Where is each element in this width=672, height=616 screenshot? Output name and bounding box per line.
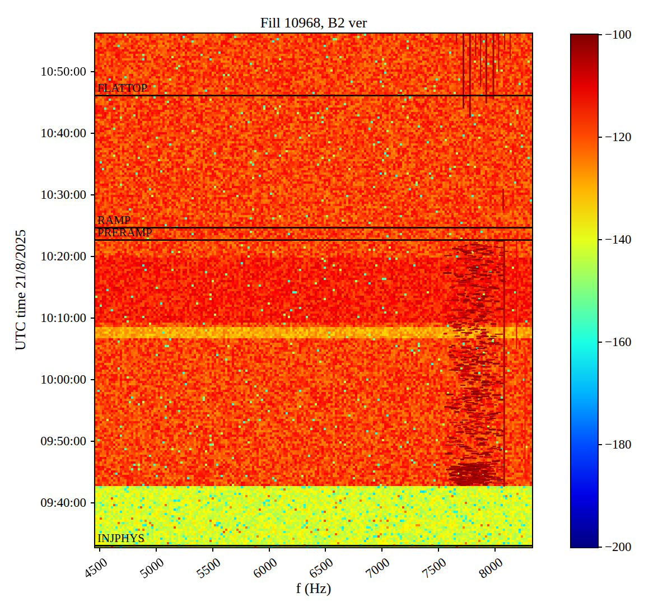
x-tick-label-text: 5000 [137,555,167,582]
x-tick-label-text: 5500 [194,555,223,582]
x-tick-label-text: 8000 [476,555,506,582]
x-tick-label-text: 4500 [81,555,110,582]
colorbar-tick-mark [598,137,602,138]
x-tick-label: 6000 [246,555,272,570]
y-tick-mark [91,502,95,503]
y-tick-label: 09:40:00 [1,496,86,510]
y-tick-label: 10:30:00 [1,188,86,202]
colorbar-tick-label: −200 [605,540,631,554]
y-axis-label: UTC time 21/8/2025 [12,230,29,351]
x-tick-label: 5500 [189,555,215,570]
x-tick-label-text: 7000 [363,555,393,582]
x-tick-label: 7000 [358,555,384,570]
y-tick-mark [91,379,95,380]
colorbar-tick-mark [598,34,602,35]
colorbar-tick-mark [598,239,602,240]
colorbar [570,34,599,548]
event-line-injphys [95,545,532,547]
event-label-preramp: PRERAMP [97,226,152,239]
y-tick-mark [91,318,95,319]
colorbar-tick-label: −160 [605,335,631,349]
x-tick-label: 6500 [302,555,328,570]
colorbar-tick-mark [598,342,602,343]
colorbar-tick-label: −120 [605,130,631,144]
colorbar-tick-label: −140 [605,232,631,247]
x-tick-label: 5000 [133,555,158,570]
x-tick-mark [438,547,439,552]
colorbar-tick-mark [598,444,602,445]
x-tick-label: 7500 [415,555,441,570]
x-tick-label-text: 6500 [307,555,337,582]
event-line-flattop [95,95,532,96]
x-tick-label: 8000 [472,555,497,570]
spectrogram-plot: FLATTOPRAMPPRERAMPINJPHYS [94,32,533,548]
y-tick-label: 10:40:00 [1,126,86,141]
x-tick-mark [269,547,270,552]
y-tick-mark [91,194,95,195]
x-tick-label: 4500 [76,555,102,570]
x-tick-label-text: 6000 [250,555,280,582]
event-line-ramp [95,227,532,228]
colorbar-tick-label: −180 [605,437,631,452]
x-tick-mark [212,547,213,552]
y-tick-label: 10:50:00 [1,64,86,79]
y-tick-mark [91,133,95,134]
event-label-injphys: INJPHYS [97,532,144,544]
y-tick-mark [91,441,95,442]
x-tick-mark [156,547,157,552]
event-label-ramp: RAMP [97,214,131,226]
event-label-flattop: FLATTOP [97,82,147,94]
x-tick-label-text: 7500 [420,555,450,582]
spectrogram-figure: Fill 10968, B2 ver UTC time 21/8/2025 f … [0,0,672,616]
y-tick-mark [91,256,95,257]
x-tick-mark [381,547,382,552]
colorbar-tick-label: −100 [605,27,631,42]
event-line-preramp [95,239,532,241]
y-tick-label: 10:20:00 [1,249,86,264]
y-tick-label: 09:50:00 [1,434,86,449]
x-tick-mark [494,547,496,552]
y-tick-label: 10:00:00 [1,372,86,387]
colorbar-gradient [571,35,598,547]
x-tick-mark [325,547,326,552]
x-axis-label: f (Hz) [95,580,532,597]
y-tick-label: 10:10:00 [1,311,86,325]
y-tick-mark [91,71,95,72]
plot-title: Fill 10968, B2 ver [95,15,532,31]
colorbar-tick-mark [598,547,602,548]
spectrogram-canvas [95,34,532,547]
x-tick-mark [99,547,100,552]
